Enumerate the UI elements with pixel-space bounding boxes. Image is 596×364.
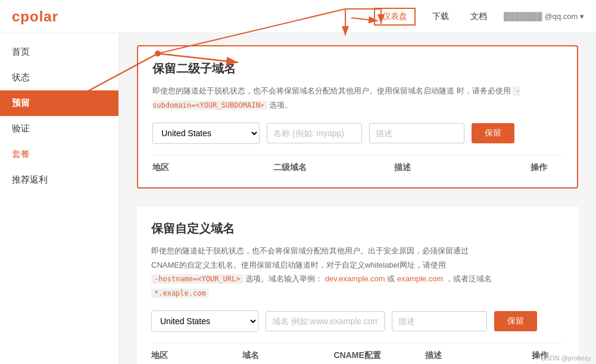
- sidebar: 首页 状态 预留 验证 套餐 推荐返利: [0, 33, 119, 364]
- section2-desc4: 或: [387, 274, 395, 283]
- section1-title: 保留二级子域名: [152, 61, 563, 77]
- sidebar-item-plan[interactable]: 套餐: [0, 142, 118, 167]
- section2-link1[interactable]: dev.example.com: [325, 274, 385, 283]
- section2-desc: 即使您的隧道处于脱机状态，也不会将保留域分配给其他用户。出于安全原因，必须保留通…: [151, 244, 564, 300]
- section2-desc-input[interactable]: [392, 311, 487, 331]
- header-nav: 仪表盘 下载 文档 ███████ @qq.com ▾: [374, 8, 584, 26]
- watermark: CSDN @probezy: [541, 354, 591, 362]
- dashboard-nav-item[interactable]: 仪表盘: [374, 8, 416, 26]
- section2-desc5: ，或者泛域名: [445, 274, 492, 283]
- section1-col-desc: 描述: [394, 162, 515, 173]
- download-nav-item[interactable]: 下载: [428, 9, 454, 24]
- section2-table-header: 地区 域名 CNAME配置 描述 操作: [151, 343, 564, 361]
- section2-col-region: 地区: [151, 350, 242, 361]
- section2-code2: *.exaple.com: [151, 288, 209, 298]
- section2-col-cname: CNAME配置: [334, 350, 425, 361]
- section1-table-header: 地区 二级域名 描述 操作: [152, 155, 563, 173]
- section1-col-region: 地区: [152, 162, 273, 173]
- section2-link2[interactable]: example.com: [397, 274, 443, 283]
- sidebar-item-status[interactable]: 状态: [0, 65, 118, 90]
- section2-save-button[interactable]: 保留: [494, 311, 537, 331]
- section-reserve-custom-domain: 保留自定义域名 即使您的隧道处于脱机状态，也不会将保留域分配给其他用户。出于安全…: [137, 206, 578, 364]
- section1-col-op: 操作: [515, 162, 563, 173]
- layout: 首页 状态 预留 验证 套餐 推荐返利 保留二级子域名: [0, 33, 596, 364]
- section1-desc3: 选项。: [269, 101, 292, 109]
- header: cpolar 仪表盘 下载 文档 ███████ @qq.com ▾: [0, 0, 596, 33]
- section2-desc3: 选项。域名输入举例：: [245, 274, 323, 283]
- section2-country-select[interactable]: United States: [151, 310, 258, 332]
- user-menu[interactable]: ███████ @qq.com ▾: [504, 12, 584, 21]
- section2-domain-input[interactable]: [266, 311, 385, 331]
- section1-country-select[interactable]: United States: [152, 123, 260, 144]
- section2-title: 保留自定义域名: [151, 221, 564, 237]
- docs-nav-item[interactable]: 文档: [466, 9, 492, 24]
- section1-desc2: 时，请务必使用: [457, 86, 511, 95]
- sidebar-item-verify[interactable]: 验证: [0, 116, 118, 142]
- section1-desc: 即使您的隧道处于脱机状态，也不会将保留域名分配给其他用户。使用保留域名启动隧道 …: [152, 84, 563, 112]
- section1-desc1: 即使您的隧道处于脱机状态，也不会将保留域名分配给其他用户。使用保留域名启动隧道: [152, 86, 454, 95]
- section2-code1: -hostname=<YOUR_URL>: [151, 274, 244, 284]
- section-reserve-subdomain: 保留二级子域名 即使您的隧道处于脱机状态，也不会将保留域名分配给其他用户。使用保…: [137, 45, 578, 189]
- user-email: ███████: [504, 12, 542, 21]
- logo: cpolar: [12, 8, 58, 25]
- section1-form-row: United States 保留: [152, 123, 563, 144]
- section2-desc1: 即使您的隧道处于脱机状态，也不会将保留域分配给其他用户。出于安全原因，必须保留通…: [151, 246, 469, 255]
- section2-col-desc: 描述: [425, 350, 516, 361]
- section1-name-input[interactable]: [267, 123, 362, 143]
- section2-desc2: CNAME的自定义主机名。使用保留域启动隧道时，对于自定义whitelabel网…: [151, 261, 446, 269]
- section1-desc-input[interactable]: [369, 123, 464, 143]
- section1-save-button[interactable]: 保留: [472, 123, 514, 143]
- sidebar-item-reserve[interactable]: 预留: [0, 90, 118, 116]
- sidebar-item-referral[interactable]: 推荐返利: [0, 167, 118, 193]
- main-content: 保留二级子域名 即使您的隧道处于脱机状态，也不会将保留域名分配给其他用户。使用保…: [119, 33, 596, 364]
- section1-col-subdomain: 二级域名: [273, 162, 394, 173]
- section2-form-row: United States 保留: [151, 310, 564, 332]
- section2-col-domain: 域名: [242, 350, 333, 361]
- sidebar-item-home[interactable]: 首页: [0, 39, 118, 65]
